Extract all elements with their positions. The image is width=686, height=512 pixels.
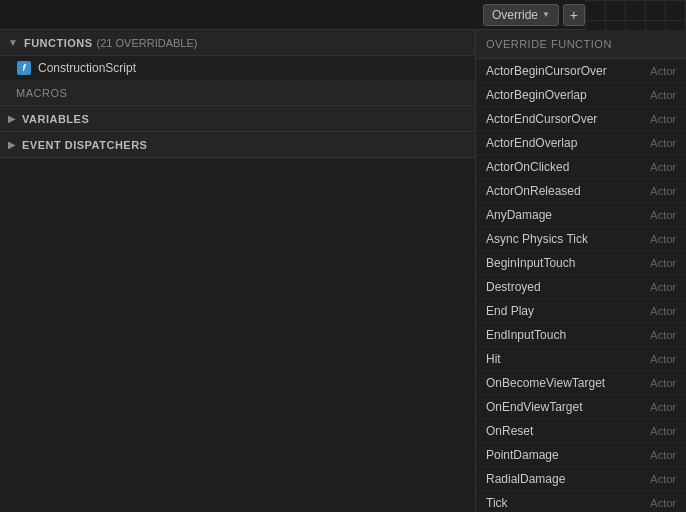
override-function-label: OVERRIDE FUNCTION xyxy=(486,38,612,50)
construction-script-icon xyxy=(16,60,32,76)
functions-count: (21 OVERRIDABLE) xyxy=(97,37,198,49)
override-item-name: AnyDamage xyxy=(486,208,552,222)
override-list-item[interactable]: ActorOnReleasedActor xyxy=(476,179,686,203)
override-list-item[interactable]: OnEndViewTargetActor xyxy=(476,395,686,419)
override-list-item[interactable]: ActorBeginCursorOverActor xyxy=(476,59,686,83)
override-list-item[interactable]: ActorBeginOverlapActor xyxy=(476,83,686,107)
override-list-item[interactable]: End PlayActor xyxy=(476,299,686,323)
right-panel: OVERRIDE FUNCTION ActorBeginCursorOverAc… xyxy=(475,30,686,512)
override-item-name: ActorEndCursorOver xyxy=(486,112,597,126)
override-item-type: Actor xyxy=(650,305,676,317)
event-dispatchers-section-header[interactable]: ▶ EVENT DISPATCHERS xyxy=(0,132,475,158)
functions-title: FUNCTIONS xyxy=(24,37,93,49)
main-content: ▼ FUNCTIONS (21 OVERRIDABLE) Constructio… xyxy=(0,30,686,512)
override-item-name: ActorOnReleased xyxy=(486,184,581,198)
override-list-item[interactable]: HitActor xyxy=(476,347,686,371)
construction-script-item[interactable]: ConstructionScript xyxy=(0,56,475,80)
override-item-name: Tick xyxy=(486,496,508,510)
override-function-header: OVERRIDE FUNCTION xyxy=(476,30,686,59)
override-list-item[interactable]: OnBecomeViewTargetActor xyxy=(476,371,686,395)
override-list-item[interactable]: TickActor xyxy=(476,491,686,512)
override-item-name: ActorOnClicked xyxy=(486,160,569,174)
construction-script-label: ConstructionScript xyxy=(38,61,136,75)
override-list-item[interactable]: BeginInputTouchActor xyxy=(476,251,686,275)
override-list-item[interactable]: PointDamageActor xyxy=(476,443,686,467)
override-item-type: Actor xyxy=(650,209,676,221)
variables-chevron-icon: ▶ xyxy=(8,113,16,124)
override-item-name: End Play xyxy=(486,304,534,318)
override-item-type: Actor xyxy=(650,65,676,77)
override-button[interactable]: Override ▼ xyxy=(483,4,559,26)
override-item-name: ActorEndOverlap xyxy=(486,136,577,150)
override-item-name: Async Physics Tick xyxy=(486,232,588,246)
override-item-type: Actor xyxy=(650,449,676,461)
event-dispatchers-title: EVENT DISPATCHERS xyxy=(22,139,147,151)
main-toolbar: Override ▼ + xyxy=(0,0,686,30)
override-item-type: Actor xyxy=(650,401,676,413)
macros-section-header[interactable]: MACROS xyxy=(0,80,475,106)
override-item-type: Actor xyxy=(650,161,676,173)
override-item-name: ActorBeginCursorOver xyxy=(486,64,607,78)
override-item-name: Hit xyxy=(486,352,501,366)
override-list-item[interactable]: DestroyedActor xyxy=(476,275,686,299)
grid-area xyxy=(585,0,686,30)
override-list-item[interactable]: EndInputTouchActor xyxy=(476,323,686,347)
variables-section-header[interactable]: ▶ VARIABLES xyxy=(0,106,475,132)
blueprint-icon xyxy=(17,61,31,75)
override-list-item[interactable]: ActorEndCursorOverActor xyxy=(476,107,686,131)
functions-section-header[interactable]: ▼ FUNCTIONS (21 OVERRIDABLE) xyxy=(0,30,475,56)
override-item-type: Actor xyxy=(650,329,676,341)
left-panel-empty-area xyxy=(0,158,475,512)
override-button-label: Override xyxy=(492,8,538,22)
override-item-type: Actor xyxy=(650,233,676,245)
variables-title: VARIABLES xyxy=(22,113,89,125)
override-item-type: Actor xyxy=(650,137,676,149)
add-button-label: + xyxy=(570,7,578,23)
override-list-item[interactable]: Async Physics TickActor xyxy=(476,227,686,251)
override-item-type: Actor xyxy=(650,113,676,125)
override-item-name: Destroyed xyxy=(486,280,541,294)
override-item-type: Actor xyxy=(650,497,676,509)
add-button[interactable]: + xyxy=(563,4,585,26)
left-panel: ▼ FUNCTIONS (21 OVERRIDABLE) Constructio… xyxy=(0,30,475,512)
override-item-type: Actor xyxy=(650,377,676,389)
override-item-name: RadialDamage xyxy=(486,472,565,486)
override-item-type: Actor xyxy=(650,281,676,293)
override-item-name: BeginInputTouch xyxy=(486,256,575,270)
override-item-name: OnReset xyxy=(486,424,533,438)
override-item-name: EndInputTouch xyxy=(486,328,566,342)
override-item-type: Actor xyxy=(650,353,676,365)
override-item-name: OnEndViewTarget xyxy=(486,400,583,414)
override-list-item[interactable]: AnyDamageActor xyxy=(476,203,686,227)
override-list-item[interactable]: OnResetActor xyxy=(476,419,686,443)
override-list-item[interactable]: ActorOnClickedActor xyxy=(476,155,686,179)
override-item-type: Actor xyxy=(650,425,676,437)
override-item-name: PointDamage xyxy=(486,448,559,462)
override-item-type: Actor xyxy=(650,473,676,485)
dropdown-arrow-icon: ▼ xyxy=(542,10,550,19)
functions-chevron-icon: ▼ xyxy=(8,37,18,48)
macros-label: MACROS xyxy=(8,83,75,103)
override-item-type: Actor xyxy=(650,89,676,101)
override-list-item[interactable]: RadialDamageActor xyxy=(476,467,686,491)
override-item-name: OnBecomeViewTarget xyxy=(486,376,605,390)
override-item-type: Actor xyxy=(650,185,676,197)
override-item-type: Actor xyxy=(650,257,676,269)
override-item-name: ActorBeginOverlap xyxy=(486,88,587,102)
override-list-item[interactable]: ActorEndOverlapActor xyxy=(476,131,686,155)
override-list[interactable]: ActorBeginCursorOverActorActorBeginOverl… xyxy=(476,59,686,512)
event-dispatchers-chevron-icon: ▶ xyxy=(8,139,16,150)
